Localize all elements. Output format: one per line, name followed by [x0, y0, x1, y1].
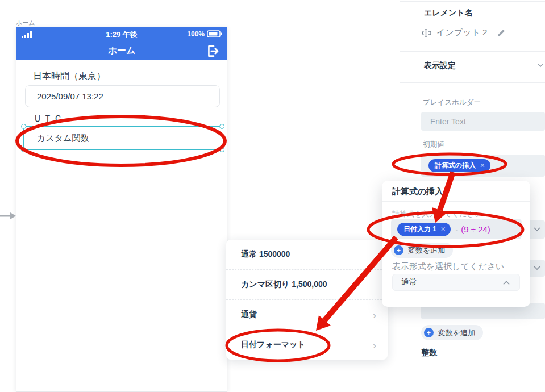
menu-item-label: 通常 1500000: [241, 249, 290, 260]
plus-icon: +: [394, 245, 403, 255]
display-settings-header: 表示設定: [424, 61, 456, 71]
formula-expression-input[interactable]: 日付入力 1 ✕ - (9 ÷ 24): [391, 219, 522, 239]
menu-item-label: 日付フォーマット: [241, 340, 306, 350]
element-name-header: エレメント名: [424, 8, 473, 18]
formula-input-label: 計算式を入力してください: [392, 209, 482, 219]
initial-value-label: 初期値: [423, 140, 444, 149]
menu-item-label: 通貨: [241, 310, 257, 320]
chevron-down-icon: [534, 266, 540, 270]
chevron-right-icon: ›: [373, 340, 376, 351]
popover-title: 計算式の挿入: [392, 186, 443, 197]
chevron-down-icon[interactable]: [537, 63, 544, 68]
logout-icon[interactable]: [206, 44, 221, 59]
plus-icon: +: [424, 328, 434, 337]
selection-handle[interactable]: [219, 147, 224, 152]
format-menu: 通常 1500000 カンマ区切り 1,500,000 通貨 › 日付フォーマッ…: [226, 240, 388, 360]
formula-popover: 計算式の挿入 計算式を入力してください 日付入力 1 ✕ - (9 ÷ 24) …: [382, 181, 530, 307]
formula-operator: -: [455, 224, 458, 234]
add-variable-label: 変数を追加: [438, 328, 475, 338]
canvas-pointer-arrow-icon: [0, 209, 17, 223]
format-select-value: 通常: [401, 277, 417, 287]
chevron-right-icon: ›: [373, 310, 376, 320]
screen-name-label: ホーム: [16, 19, 35, 27]
edit-pencil-icon[interactable]: [497, 28, 506, 37]
phone-title-bar: ホーム: [16, 42, 227, 60]
field-label-jst: 日本時間（東京）: [33, 70, 106, 82]
add-variable-button[interactable]: + 変数を追加: [421, 325, 483, 340]
phone-status-bar: 1:29 午後 100%: [16, 27, 227, 42]
menu-item-currency[interactable]: 通貨 ›: [226, 299, 388, 330]
utc-input-selected[interactable]: カスタム関数: [23, 126, 222, 150]
popover-add-variable-button[interactable]: + 変数を追加: [391, 243, 453, 258]
input-element-icon: [421, 28, 432, 38]
menu-item-date-format[interactable]: 日付フォーマット ›: [226, 330, 388, 360]
app-builder-screen: ホーム 1:29 午後 100% ホーム: [0, 0, 545, 392]
utc-input-value: カスタム関数: [37, 133, 89, 144]
menu-item-normal[interactable]: 通常 1500000: [226, 240, 388, 269]
formula-chip-label: 計算式の挿入: [435, 161, 476, 170]
remove-chip-icon[interactable]: ✕: [440, 226, 446, 233]
placeholder-value: Enter Text: [430, 117, 466, 126]
menu-item-label: カンマ区切り 1,500,000: [241, 280, 327, 290]
phone-preview: 1:29 午後 100% ホーム 日本時間（東京） 2025/09/07 13:…: [16, 27, 227, 392]
selection-handle[interactable]: [21, 124, 26, 129]
variable-chip-label: 日付入力 1: [403, 224, 436, 234]
placeholder-label: プレイスホルダー: [423, 98, 481, 107]
element-name-value: インプット 2: [436, 27, 487, 38]
formula-chip[interactable]: 計算式の挿入 ✕: [428, 159, 490, 172]
jst-datetime-input[interactable]: 2025/09/07 13:22: [25, 85, 220, 107]
placeholder-input[interactable]: Enter Text: [421, 112, 545, 131]
chevron-up-icon: [503, 281, 510, 285]
format-select-label: 表示形式を選択してください: [392, 261, 504, 272]
integer-label: 整数: [421, 348, 437, 358]
format-select[interactable]: 通常: [392, 274, 520, 291]
formula-expression: (9 ÷ 24): [461, 224, 490, 234]
variable-chip[interactable]: 日付入力 1 ✕: [397, 223, 451, 236]
selection-handle[interactable]: [21, 147, 26, 152]
jst-datetime-value: 2025/09/07 13:22: [37, 91, 103, 101]
battery-percent: 100%: [187, 30, 205, 38]
remove-chip-icon[interactable]: ✕: [480, 162, 485, 169]
battery-icon: [207, 30, 223, 38]
phone-screen-title: ホーム: [108, 45, 136, 57]
initial-value-input[interactable]: 計算式の挿入 ✕: [421, 155, 545, 177]
selection-handle[interactable]: [219, 124, 224, 129]
field-label-utc: ＵＴＣ: [33, 113, 64, 125]
add-variable-label: 変数を追加: [408, 245, 445, 256]
chevron-down-icon: [534, 227, 540, 232]
menu-item-comma[interactable]: カンマ区切り 1,500,000: [226, 269, 388, 299]
